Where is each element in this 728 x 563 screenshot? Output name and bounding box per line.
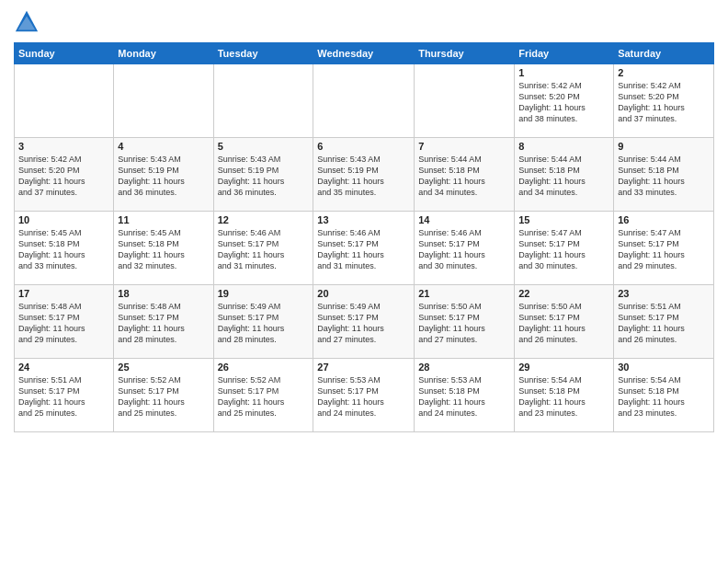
calendar-cell: 30Sunrise: 5:54 AM Sunset: 5:18 PM Dayli… (614, 359, 714, 432)
day-number: 13 (317, 214, 410, 225)
calendar-cell: 8Sunrise: 5:44 AM Sunset: 5:18 PM Daylig… (515, 138, 614, 212)
calendar-header-row: SundayMondayTuesdayWednesdayThursdayFrid… (15, 43, 714, 64)
day-info: Sunrise: 5:45 AM Sunset: 5:18 PM Dayligh… (18, 227, 109, 272)
day-number: 4 (118, 141, 209, 152)
day-number: 6 (317, 141, 410, 152)
calendar-week-1: 3Sunrise: 5:42 AM Sunset: 5:20 PM Daylig… (15, 138, 714, 212)
calendar-cell: 5Sunrise: 5:43 AM Sunset: 5:19 PM Daylig… (213, 138, 313, 212)
calendar-week-3: 17Sunrise: 5:48 AM Sunset: 5:17 PM Dayli… (15, 285, 714, 359)
day-number: 11 (118, 214, 209, 225)
day-info: Sunrise: 5:42 AM Sunset: 5:20 PM Dayligh… (518, 80, 609, 125)
day-number: 28 (418, 362, 510, 373)
calendar-cell (114, 64, 213, 138)
day-number: 21 (418, 288, 510, 299)
day-info: Sunrise: 5:49 AM Sunset: 5:17 PM Dayligh… (218, 301, 310, 346)
day-info: Sunrise: 5:46 AM Sunset: 5:17 PM Dayligh… (317, 227, 410, 272)
day-info: Sunrise: 5:50 AM Sunset: 5:17 PM Dayligh… (418, 301, 510, 346)
day-info: Sunrise: 5:48 AM Sunset: 5:17 PM Dayligh… (18, 301, 109, 346)
calendar-header-sunday: Sunday (15, 43, 114, 64)
day-number: 7 (418, 141, 510, 152)
calendar-cell: 6Sunrise: 5:43 AM Sunset: 5:19 PM Daylig… (313, 138, 415, 212)
calendar-cell: 23Sunrise: 5:51 AM Sunset: 5:17 PM Dayli… (614, 285, 714, 359)
calendar-table: SundayMondayTuesdayWednesdayThursdayFrid… (14, 42, 714, 432)
header (14, 9, 714, 35)
calendar-cell: 15Sunrise: 5:47 AM Sunset: 5:17 PM Dayli… (515, 212, 614, 285)
calendar-cell: 3Sunrise: 5:42 AM Sunset: 5:20 PM Daylig… (15, 138, 114, 212)
day-info: Sunrise: 5:47 AM Sunset: 5:17 PM Dayligh… (618, 227, 710, 272)
calendar-cell: 11Sunrise: 5:45 AM Sunset: 5:18 PM Dayli… (114, 212, 213, 285)
calendar-cell (415, 64, 515, 138)
calendar-cell (313, 64, 415, 138)
calendar-header-monday: Monday (114, 43, 213, 64)
calendar-header-friday: Friday (515, 43, 614, 64)
calendar-cell: 27Sunrise: 5:53 AM Sunset: 5:17 PM Dayli… (313, 359, 415, 432)
calendar-cell: 17Sunrise: 5:48 AM Sunset: 5:17 PM Dayli… (15, 285, 114, 359)
day-number: 29 (518, 362, 609, 373)
day-info: Sunrise: 5:53 AM Sunset: 5:18 PM Dayligh… (418, 374, 510, 419)
day-number: 10 (18, 214, 109, 225)
calendar-cell: 7Sunrise: 5:44 AM Sunset: 5:18 PM Daylig… (415, 138, 515, 212)
page: SundayMondayTuesdayWednesdayThursdayFrid… (0, 0, 728, 563)
calendar-cell: 9Sunrise: 5:44 AM Sunset: 5:18 PM Daylig… (614, 138, 714, 212)
day-info: Sunrise: 5:43 AM Sunset: 5:19 PM Dayligh… (218, 154, 310, 199)
calendar-header-wednesday: Wednesday (313, 43, 415, 64)
day-info: Sunrise: 5:46 AM Sunset: 5:17 PM Dayligh… (218, 227, 310, 272)
calendar-week-4: 24Sunrise: 5:51 AM Sunset: 5:17 PM Dayli… (15, 359, 714, 432)
calendar-cell: 4Sunrise: 5:43 AM Sunset: 5:19 PM Daylig… (114, 138, 213, 212)
calendar-header-tuesday: Tuesday (213, 43, 313, 64)
logo-icon (14, 9, 40, 35)
day-info: Sunrise: 5:42 AM Sunset: 5:20 PM Dayligh… (618, 80, 710, 125)
calendar-cell: 2Sunrise: 5:42 AM Sunset: 5:20 PM Daylig… (614, 64, 714, 138)
calendar-cell: 28Sunrise: 5:53 AM Sunset: 5:18 PM Dayli… (415, 359, 515, 432)
day-number: 18 (118, 288, 209, 299)
calendar-cell: 21Sunrise: 5:50 AM Sunset: 5:17 PM Dayli… (415, 285, 515, 359)
day-number: 14 (418, 214, 510, 225)
day-number: 25 (118, 362, 209, 373)
day-number: 1 (518, 67, 609, 78)
calendar-cell: 20Sunrise: 5:49 AM Sunset: 5:17 PM Dayli… (313, 285, 415, 359)
day-number: 27 (317, 362, 410, 373)
day-number: 30 (618, 362, 710, 373)
day-number: 17 (18, 288, 109, 299)
day-info: Sunrise: 5:52 AM Sunset: 5:17 PM Dayligh… (218, 374, 310, 419)
calendar-cell (15, 64, 114, 138)
day-info: Sunrise: 5:53 AM Sunset: 5:17 PM Dayligh… (317, 374, 410, 419)
calendar-cell: 16Sunrise: 5:47 AM Sunset: 5:17 PM Dayli… (614, 212, 714, 285)
calendar-cell: 12Sunrise: 5:46 AM Sunset: 5:17 PM Dayli… (213, 212, 313, 285)
calendar-cell: 29Sunrise: 5:54 AM Sunset: 5:18 PM Dayli… (515, 359, 614, 432)
day-info: Sunrise: 5:51 AM Sunset: 5:17 PM Dayligh… (618, 301, 710, 346)
day-number: 26 (218, 362, 310, 373)
calendar-week-2: 10Sunrise: 5:45 AM Sunset: 5:18 PM Dayli… (15, 212, 714, 285)
calendar-cell: 19Sunrise: 5:49 AM Sunset: 5:17 PM Dayli… (213, 285, 313, 359)
day-number: 20 (317, 288, 410, 299)
calendar-cell: 14Sunrise: 5:46 AM Sunset: 5:17 PM Dayli… (415, 212, 515, 285)
calendar-cell: 26Sunrise: 5:52 AM Sunset: 5:17 PM Dayli… (213, 359, 313, 432)
day-info: Sunrise: 5:49 AM Sunset: 5:17 PM Dayligh… (317, 301, 410, 346)
day-info: Sunrise: 5:45 AM Sunset: 5:18 PM Dayligh… (118, 227, 209, 272)
day-info: Sunrise: 5:47 AM Sunset: 5:17 PM Dayligh… (518, 227, 609, 272)
calendar-cell: 13Sunrise: 5:46 AM Sunset: 5:17 PM Dayli… (313, 212, 415, 285)
day-number: 22 (518, 288, 609, 299)
day-info: Sunrise: 5:42 AM Sunset: 5:20 PM Dayligh… (18, 154, 109, 199)
calendar-cell (213, 64, 313, 138)
day-info: Sunrise: 5:46 AM Sunset: 5:17 PM Dayligh… (418, 227, 510, 272)
day-number: 8 (518, 141, 609, 152)
day-number: 3 (18, 141, 109, 152)
day-info: Sunrise: 5:43 AM Sunset: 5:19 PM Dayligh… (317, 154, 410, 199)
day-info: Sunrise: 5:50 AM Sunset: 5:17 PM Dayligh… (518, 301, 609, 346)
day-number: 16 (618, 214, 710, 225)
day-info: Sunrise: 5:44 AM Sunset: 5:18 PM Dayligh… (418, 154, 510, 199)
day-number: 15 (518, 214, 609, 225)
day-info: Sunrise: 5:51 AM Sunset: 5:17 PM Dayligh… (18, 374, 109, 419)
calendar-cell: 10Sunrise: 5:45 AM Sunset: 5:18 PM Dayli… (15, 212, 114, 285)
day-info: Sunrise: 5:44 AM Sunset: 5:18 PM Dayligh… (518, 154, 609, 199)
day-info: Sunrise: 5:44 AM Sunset: 5:18 PM Dayligh… (618, 154, 710, 199)
calendar-header-thursday: Thursday (415, 43, 515, 64)
calendar-cell: 22Sunrise: 5:50 AM Sunset: 5:17 PM Dayli… (515, 285, 614, 359)
calendar-header-saturday: Saturday (614, 43, 714, 64)
day-info: Sunrise: 5:54 AM Sunset: 5:18 PM Dayligh… (618, 374, 710, 419)
calendar-week-0: 1Sunrise: 5:42 AM Sunset: 5:20 PM Daylig… (15, 64, 714, 138)
day-number: 5 (218, 141, 310, 152)
day-info: Sunrise: 5:52 AM Sunset: 5:17 PM Dayligh… (118, 374, 209, 419)
day-number: 23 (618, 288, 710, 299)
